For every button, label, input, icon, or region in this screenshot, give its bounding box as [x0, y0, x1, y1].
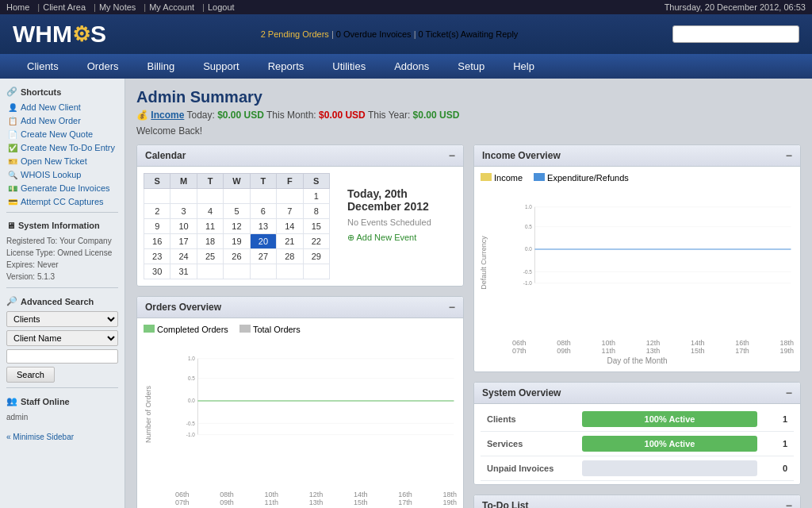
calendar-day-cell [250, 189, 276, 204]
client-area-link[interactable]: Client Area [43, 2, 86, 12]
calendar-day-cell [277, 189, 303, 204]
calendar-day-cell[interactable]: 15 [303, 219, 329, 234]
calendar-day-cell[interactable]: 16 [144, 234, 170, 249]
generate-invoices-link[interactable]: 💵Generate Due Invoices [6, 183, 118, 194]
calendar-day-cell[interactable]: 5 [224, 204, 250, 219]
logout-link[interactable]: Logout [208, 2, 235, 12]
calendar-day-cell[interactable]: 9 [144, 219, 170, 234]
calendar-grid: SMTWTFS 12345678910111213141516171819202… [144, 173, 330, 279]
nav-support[interactable]: Support [189, 54, 254, 79]
orders-minimize[interactable]: − [449, 301, 455, 314]
calendar-day-cell[interactable]: 22 [303, 234, 329, 249]
calendar-day-cell [250, 264, 276, 279]
calendar-day-cell[interactable]: 21 [277, 234, 303, 249]
nav-billing[interactable]: Billing [132, 54, 189, 79]
calendar-day-cell[interactable]: 20 [250, 234, 276, 249]
orders-overview-panel: Orders Overview − Completed Orders Total… [136, 296, 464, 508]
calendar-day-cell[interactable]: 29 [303, 249, 329, 264]
calendar-header-row: SMTWTFS [144, 174, 330, 189]
calendar-day-cell[interactable]: 1 [303, 189, 329, 204]
income-y-label: Default Currency [480, 236, 488, 290]
calendar-day-cell[interactable]: 26 [224, 249, 250, 264]
calendar-day-cell[interactable]: 27 [250, 249, 276, 264]
progress-bar-container [582, 460, 757, 476]
nav-setup[interactable]: Setup [443, 54, 499, 79]
open-ticket-link[interactable]: 🎫Open New Ticket [6, 156, 118, 167]
svg-text:-0.5: -0.5 [523, 269, 532, 275]
income-minimize[interactable]: − [786, 149, 792, 162]
system-overview-panel: System Overview − Clients100% Active1Ser… [473, 382, 801, 485]
create-new-quote-link[interactable]: 📄Create New Quote [6, 129, 118, 140]
whois-lookup-link[interactable]: 🔍WHOIS Lookup [6, 169, 118, 180]
calendar-day-cell[interactable]: 12 [224, 219, 250, 234]
calendar-day-cell[interactable]: 3 [170, 204, 197, 219]
todo-minimize[interactable]: − [786, 499, 792, 508]
calendar-day-cell[interactable]: 11 [197, 219, 223, 234]
calendar-minimize[interactable]: − [449, 149, 455, 162]
add-event-link[interactable]: ⊕ Add New Event [347, 233, 416, 242]
calendar-day-cell[interactable]: 24 [170, 249, 197, 264]
header: WHM⚙S 2 Pending Orders | 0 Overdue Invoi… [0, 14, 812, 54]
create-todo-link[interactable]: ✅Create New To-Do Entry [6, 142, 118, 153]
search-button[interactable]: Search [6, 367, 55, 383]
nav-reports[interactable]: Reports [254, 54, 319, 79]
calendar-day-cell[interactable]: 10 [170, 219, 197, 234]
calendar-day-cell[interactable]: 30 [144, 264, 170, 279]
calendar-day-cell[interactable]: 7 [277, 204, 303, 219]
nav-orders[interactable]: Orders [73, 54, 133, 79]
todo-panel-header: To-Do List − [474, 495, 800, 508]
no-events-text: No Events Scheduled [347, 217, 447, 227]
nav-help[interactable]: Help [499, 54, 549, 79]
calendar-day-cell[interactable]: 6 [250, 204, 276, 219]
calendar-day-cell [224, 264, 250, 279]
header-search[interactable] [672, 25, 799, 43]
nav-utilities[interactable]: Utilities [318, 54, 380, 79]
system-minimize[interactable]: − [786, 387, 792, 399]
add-new-client-link[interactable]: 👤Add New Client [6, 102, 118, 113]
calendar-day-cell [197, 264, 223, 279]
calendar-day-cell[interactable]: 13 [250, 219, 276, 234]
calendar-day-cell[interactable]: 28 [277, 249, 303, 264]
add-event-icon: ⊕ [347, 233, 354, 242]
calendar-today-info: Today, 20th December 2012 No Events Sche… [338, 181, 457, 249]
attempt-cc-link[interactable]: 💳Attempt CC Captures [6, 196, 118, 207]
calendar-day-cell[interactable]: 23 [144, 249, 170, 264]
minimise-sidebar-link[interactable]: « Minimise Sidebar [6, 433, 118, 441]
year-value: $0.00 USD [413, 110, 460, 121]
add-new-order-link[interactable]: 📋Add New Order [6, 115, 118, 126]
calendar-week-row: 23242526272829 [144, 249, 330, 264]
calendar-day-cell[interactable]: 2 [144, 204, 170, 219]
search-input[interactable] [672, 25, 799, 43]
my-notes-link[interactable]: My Notes [99, 2, 136, 12]
calendar-week-row: 3031 [144, 264, 330, 279]
ticket-icon: 🎫 [8, 157, 17, 166]
orders-x-labels-2: 07th09th11th13th15th17th19th [144, 498, 457, 506]
sys-row-count: 1 [764, 407, 794, 432]
nav-clients[interactable]: Clients [13, 54, 73, 79]
search-text-input[interactable] [6, 349, 118, 364]
today-label: Today: [186, 110, 214, 121]
search-type-select[interactable]: Clients [6, 311, 118, 327]
staff-icon: 👥 [6, 396, 17, 406]
calendar-day-cell[interactable]: 25 [197, 249, 223, 264]
sys-row-label: Unpaid Invoices [481, 456, 576, 481]
month-label: This Month: [266, 110, 316, 121]
calendar-day-cell[interactable]: 4 [197, 204, 223, 219]
calendar-panel: Calendar − SMTWTFS 123456789101112131415… [136, 144, 464, 287]
my-account-link[interactable]: My Account [149, 2, 194, 12]
home-link[interactable]: Home [6, 2, 29, 12]
calendar-day-cell[interactable]: 17 [170, 234, 197, 249]
system-info-block: Registered To: Your Company License Type… [6, 235, 118, 283]
calendar-today-text: Today, 20th December 2012 [347, 187, 447, 213]
calendar-day-cell[interactable]: 31 [170, 264, 197, 279]
progress-bar-fill: 100% Active [582, 436, 757, 452]
calendar-day-cell[interactable]: 14 [277, 219, 303, 234]
nav-addons[interactable]: Addons [380, 54, 443, 79]
welcome-message: Welcome Back! [136, 125, 801, 137]
income-x-labels: 06th08th10th12th14th16th18th [481, 339, 794, 347]
calendar-day-cell[interactable]: 8 [303, 204, 329, 219]
svg-text:0.5: 0.5 [525, 224, 532, 229]
calendar-day-cell[interactable]: 18 [197, 234, 223, 249]
search-field-select[interactable]: Client Name [6, 330, 118, 346]
calendar-day-cell[interactable]: 19 [224, 234, 250, 249]
